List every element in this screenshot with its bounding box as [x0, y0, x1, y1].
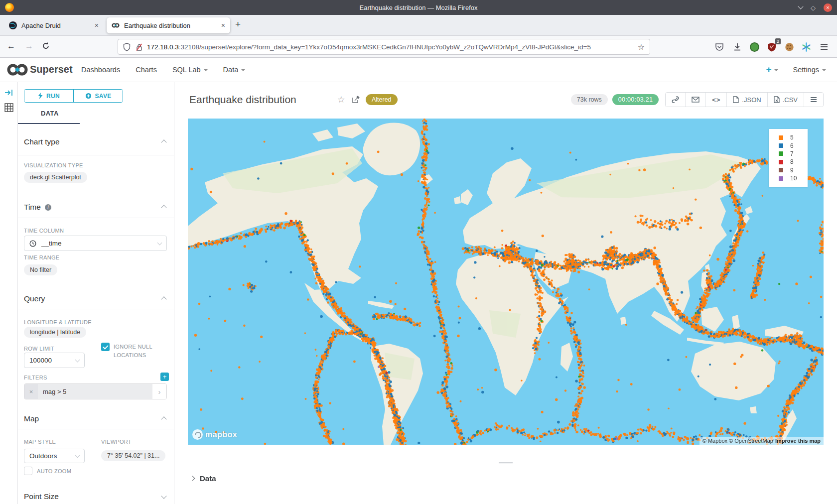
share-link-button[interactable]	[666, 93, 685, 107]
export-json-button[interactable]: .JSON	[726, 93, 767, 107]
close-button[interactable]: ×	[824, 3, 832, 12]
section-query[interactable]: Query	[24, 294, 45, 303]
legend-item[interactable]: 5	[779, 133, 808, 141]
panel-resize-handle[interactable]	[499, 461, 513, 465]
legend-item[interactable]: 9	[779, 166, 808, 174]
legend-item[interactable]: 10	[779, 174, 808, 182]
earthquake-points-layer[interactable]	[188, 119, 824, 445]
cookie-icon[interactable]	[783, 41, 795, 53]
section-chart-type[interactable]: Chart type	[24, 137, 60, 146]
chart-menu-button[interactable]	[804, 93, 823, 107]
legend-swatch	[779, 135, 783, 140]
new-tab-button[interactable]: +	[235, 19, 241, 30]
nav-item-charts[interactable]: Charts	[136, 66, 157, 74]
collapse-icon[interactable]	[161, 296, 166, 302]
deckgl-map[interactable]: 5 6 7 8 9 10 mapbox © Mapbox © OpenStree…	[188, 119, 824, 445]
altered-badge[interactable]: Altered	[366, 94, 398, 105]
nav-item-data[interactable]: Data	[223, 66, 246, 74]
chevron-down-icon	[774, 69, 778, 71]
add-filter-button[interactable]: +	[160, 373, 169, 381]
map-attribution: © Mapbox © OpenStreetMap Improve this ma…	[699, 437, 824, 445]
section-point-size[interactable]: Point Size	[24, 492, 59, 501]
remove-filter-icon[interactable]: ×	[24, 384, 38, 399]
chart-title[interactable]: Earthquake distribution	[189, 94, 296, 106]
extension-asterisk-icon[interactable]	[800, 41, 812, 53]
map-style-select[interactable]: Outdoors	[24, 449, 85, 463]
favorite-star-icon[interactable]: ☆	[337, 94, 345, 105]
auto-zoom-checkbox[interactable]	[24, 467, 32, 475]
viewport-value[interactable]: 7° 35' 54.02" | 31...	[101, 450, 165, 461]
settings-menu[interactable]: Settings	[793, 66, 826, 74]
edit-icon[interactable]	[352, 96, 360, 104]
filter-value[interactable]: mag > 5	[38, 384, 152, 399]
section-time[interactable]: Time i	[24, 203, 51, 212]
row-limit-label: ROW LIMIT	[24, 346, 54, 352]
url-bar[interactable]: 172.18.0.3:32108/superset/explore/?form_…	[118, 39, 650, 55]
browser-menu-icon[interactable]	[818, 41, 830, 53]
collapse-icon[interactable]	[161, 139, 166, 145]
chevron-down-icon	[75, 357, 80, 362]
time-column-select[interactable]: __time	[24, 236, 167, 251]
ignore-null-label: IGNORE NULL LOCATIONS	[114, 343, 159, 360]
maximize-diamond-icon[interactable]: ◇	[811, 4, 816, 11]
chart-header: Earthquake distribution ☆ Altered 73k ro…	[189, 89, 824, 110]
url-text[interactable]: 172.18.0.3:32108/superset/explore/?form_…	[147, 43, 638, 51]
data-panel-toggle[interactable]: Data	[191, 474, 216, 483]
add-new-button[interactable]: +	[766, 64, 778, 75]
save-button[interactable]: SAVE	[73, 90, 123, 102]
privacy-badger-icon[interactable]	[748, 41, 760, 53]
info-icon: i	[45, 204, 51, 211]
embed-code-button[interactable]: <>	[705, 93, 726, 107]
email-button[interactable]	[685, 93, 705, 107]
legend-item[interactable]: 7	[779, 150, 808, 158]
active-tab-indicator	[18, 123, 80, 124]
export-csv-button[interactable]: .CSV	[767, 93, 804, 107]
mapbox-logo[interactable]: mapbox	[192, 429, 237, 440]
map-style-label: MAP STYLE	[24, 439, 56, 445]
visualization-type-value[interactable]: deck.gl Scatterplot	[24, 172, 87, 183]
url-path: :32108/superset/explore/?form_data_key=1…	[179, 43, 591, 51]
improve-map-link[interactable]: Improve this map	[775, 438, 821, 444]
nav-item-dashboards[interactable]: Dashboards	[81, 66, 120, 74]
tab-close-icon[interactable]: ×	[95, 21, 99, 29]
file-icon	[733, 96, 739, 103]
reload-button[interactable]	[42, 42, 50, 52]
forward-button[interactable]: →	[25, 41, 33, 51]
legend-swatch	[779, 143, 783, 148]
ublock-icon[interactable]: 2	[766, 41, 778, 53]
run-button[interactable]: RUN	[24, 90, 73, 102]
ignore-null-checkbox[interactable]	[101, 343, 110, 351]
row-limit-select[interactable]: 100000	[24, 353, 85, 368]
back-button[interactable]: ←	[7, 41, 15, 51]
browser-tab-superset[interactable]: Earthquake distribution ×	[107, 17, 230, 33]
filter-chip[interactable]: × mag > 5 ›	[24, 383, 167, 399]
pocket-icon[interactable]	[713, 41, 725, 53]
lonlat-value[interactable]: longitude | latitude	[24, 327, 86, 338]
legend-item[interactable]: 6	[779, 141, 808, 149]
nav-item-sql-lab[interactable]: SQL Lab	[172, 66, 208, 74]
tab-data[interactable]: DATA	[41, 110, 59, 117]
file-csv-icon	[774, 96, 780, 103]
brand-title[interactable]: Superset	[30, 64, 73, 75]
chevron-down-icon	[75, 453, 80, 458]
collapse-icon[interactable]	[161, 205, 166, 210]
collapse-panel-icon[interactable]	[4, 89, 13, 97]
legend-item[interactable]: 8	[779, 158, 808, 166]
chevron-down-icon	[204, 69, 208, 71]
bookmark-star-icon[interactable]: ☆	[638, 42, 645, 52]
time-range-value[interactable]: No filter	[24, 264, 57, 275]
minimize-icon[interactable]	[798, 3, 803, 9]
left-rail	[0, 82, 18, 504]
chevron-right-icon	[190, 476, 195, 481]
shield-icon[interactable]	[123, 43, 131, 51]
lock-insecure-icon[interactable]	[135, 43, 143, 51]
browser-tab-druid[interactable]: Apache Druid ×	[4, 17, 104, 33]
dataset-grid-icon[interactable]	[4, 103, 13, 112]
expand-icon[interactable]	[161, 493, 166, 499]
filter-expand-icon[interactable]: ›	[152, 384, 166, 399]
collapse-icon[interactable]	[161, 416, 166, 422]
section-map[interactable]: Map	[24, 414, 39, 423]
download-icon[interactable]	[731, 41, 743, 53]
auto-zoom-control: AUTO ZOOM	[24, 467, 71, 475]
tab-close-icon[interactable]: ×	[221, 21, 225, 29]
